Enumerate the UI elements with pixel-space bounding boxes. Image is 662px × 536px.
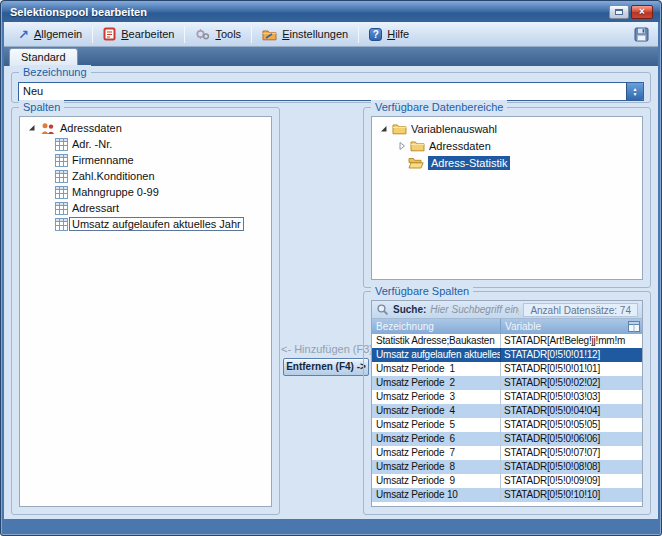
search-input[interactable]: Hier Suchbegriff einge: [430, 304, 519, 315]
expanded-triangle-icon: [380, 125, 388, 133]
datenbereiche-tree-item[interactable]: Adress-Statistik: [372, 154, 642, 171]
toolbar-label: Einstellungen: [282, 28, 348, 40]
transfer-remove-button[interactable]: Entfernen (F4) ->: [283, 358, 369, 376]
cell-variable: STATADR[0!5!0!01!01]: [500, 362, 642, 376]
spalten-group: Spalten Adressdaten Adr. -Nr.FirmennameZ…: [11, 107, 280, 515]
combobox-spinner[interactable]: ▲ ▼: [626, 83, 643, 100]
cell-variable: STATADR[0!5!0!05!05]: [500, 418, 642, 432]
cell-variable: STATADR[0!5!0!08!08]: [500, 460, 642, 474]
table-icon: [55, 202, 68, 215]
datenbereiche-group: Verfügbare Datenbereiche Variablenauswah…: [363, 107, 651, 288]
table-row[interactable]: Umsatz Periode 2STATADR[0!5!0!02!02]: [372, 376, 642, 390]
table-row[interactable]: Umsatz Periode 8STATADR[0!5!0!08!08]: [372, 460, 642, 474]
header-cell-bezeichnung[interactable]: Bezeichnung: [372, 319, 500, 334]
spalten-tree-item[interactable]: Firmenname: [20, 152, 271, 168]
selektionspool-window: Selektionspool bearbeiten × ↗ Allgemein …: [0, 0, 662, 536]
column-chooser-icon[interactable]: [628, 321, 640, 332]
toolbar-button-tools[interactable]: Tools: [187, 26, 249, 43]
table-row[interactable]: Umsatz aufgelaufen aktuelles JahrSTATADR…: [372, 348, 642, 362]
spalten-tree-item[interactable]: Umsatz aufgelaufen aktuelles Jahr: [20, 216, 271, 232]
restore-icon: [615, 9, 623, 15]
spalten-group-label: Spalten: [19, 100, 64, 114]
save-button[interactable]: [631, 25, 652, 44]
toolbar-separator: [92, 26, 93, 43]
datenbereiche-group-label: Verfügbare Datenbereiche: [371, 100, 507, 114]
edit-notebook-icon: [103, 27, 116, 41]
cell-variable: STATADR[0!5!0!02!02]: [500, 376, 642, 390]
cell-bezeichnung: Umsatz aufgelaufen aktuelles Jahr: [372, 348, 500, 362]
table-icon: [55, 186, 68, 199]
table-row[interactable]: Umsatz Periode 9STATADR[0!5!0!09!09]: [372, 474, 642, 488]
toolbar-label: Allgemein: [34, 28, 82, 40]
settings-folder-icon: [262, 28, 277, 41]
cell-bezeichnung: Umsatz Periode 3: [372, 390, 500, 404]
combobox-value: Neu: [19, 83, 626, 100]
cell-bezeichnung: Umsatz Periode 5: [372, 418, 500, 432]
tree-item-label: Variablenauswahl: [411, 123, 497, 135]
transfer-add-button[interactable]: <- Hinzufügen (F3): [280, 343, 374, 357]
people-icon: [40, 122, 56, 135]
spalten-tree-item[interactable]: Adr. -Nr.: [20, 136, 271, 152]
gears-icon: [195, 28, 210, 41]
spinner-down-icon: ▼: [633, 92, 638, 97]
table-icon: [55, 138, 68, 151]
cell-variable: STATADR[0!5!0!06!06]: [500, 432, 642, 446]
spalten-tree-root[interactable]: Adressdaten: [20, 120, 271, 136]
search-bar: Suche: Hier Suchbegriff einge Anzahl Dat…: [372, 301, 642, 319]
toolbar-button-einstellungen[interactable]: Einstellungen: [254, 26, 356, 43]
table-row[interactable]: Umsatz Periode 1STATADR[0!5!0!01!01]: [372, 362, 642, 376]
datenbereiche-tree-item[interactable]: Adressdaten: [372, 137, 642, 154]
folder-closed-icon: [410, 139, 425, 152]
toolbar-label: Tools: [215, 28, 241, 40]
cell-bezeichnung: Statistik Adresse;Baukasten: [372, 334, 500, 348]
table-row[interactable]: Umsatz Periode 5STATADR[0!5!0!05!05]: [372, 418, 642, 432]
tree-item-label: Adressdaten: [429, 140, 491, 152]
bezeichnung-combobox[interactable]: Neu ▲ ▼: [18, 82, 644, 101]
cell-bezeichnung: Umsatz Periode 7: [372, 446, 500, 460]
tree-item-label: Firmenname: [72, 154, 134, 166]
tab-band: Standard: [4, 47, 658, 66]
restore-button[interactable]: [609, 5, 629, 19]
close-button[interactable]: ×: [631, 5, 653, 19]
table-row[interactable]: Umsatz Periode 6STATADR[0!5!0!06!06]: [372, 432, 642, 446]
cell-bezeichnung: Umsatz Periode 9: [372, 474, 500, 488]
table-row[interactable]: Umsatz Periode 10STATADR[0!5!0!10!10]: [372, 488, 642, 502]
table-icon: [55, 170, 68, 183]
search-label: Suche:: [393, 304, 426, 315]
toolbar-button-allgemein[interactable]: ↗ Allgemein: [10, 26, 90, 43]
table-rows: Statistik Adresse;BaukastenSTATADR[Art!B…: [372, 334, 642, 506]
toolbar-separator: [251, 26, 252, 43]
titlebar: Selektionspool bearbeiten ×: [2, 2, 660, 22]
cell-bezeichnung: Umsatz Periode 4: [372, 404, 500, 418]
record-count: Anzahl Datensätze: 74: [523, 303, 638, 317]
datenbereiche-listbox: VariablenauswahlAdressdatenAdress-Statis…: [371, 116, 643, 280]
spalten-tree-item[interactable]: Adressart: [20, 200, 271, 216]
cell-bezeichnung: Umsatz Periode 10: [372, 488, 500, 502]
toolbar-label: Bearbeiten: [121, 28, 174, 40]
table-row[interactable]: Statistik Adresse;BaukastenSTATADR[Art!B…: [372, 334, 642, 348]
arrow-up-right-icon: ↗: [18, 28, 29, 41]
toolbar-label: Hilfe: [387, 28, 409, 40]
datenbereiche-tree-item[interactable]: Variablenauswahl: [372, 120, 642, 137]
table-row[interactable]: Umsatz Periode 7STATADR[0!5!0!07!07]: [372, 446, 642, 460]
verfuegbare-spalten-table: Suche: Hier Suchbegriff einge Anzahl Dat…: [371, 300, 643, 507]
tab-standard[interactable]: Standard: [9, 48, 78, 66]
toolbar-button-bearbeiten[interactable]: Bearbeiten: [95, 25, 182, 43]
cell-bezeichnung: Umsatz Periode 1: [372, 362, 500, 376]
toolbar-separator: [184, 26, 185, 43]
cell-variable: STATADR[0!5!0!01!12]: [500, 348, 642, 362]
content-panel: Bezeichnung Neu ▲ ▼ Spalten: [4, 66, 658, 519]
table-row[interactable]: Umsatz Periode 3STATADR[0!5!0!03!03]: [372, 390, 642, 404]
table-row[interactable]: Umsatz Periode 4STATADR[0!5!0!04!04]: [372, 404, 642, 418]
cell-variable: STATADR[0!5!0!04!04]: [500, 404, 642, 418]
cell-bezeichnung: Umsatz Periode 8: [372, 460, 500, 474]
bezeichnung-group-label: Bezeichnung: [19, 65, 91, 79]
toolbar-button-hilfe[interactable]: ? Hilfe: [361, 26, 417, 43]
spalten-tree: Adressdaten Adr. -Nr.FirmennameZahl.Kond…: [20, 117, 271, 232]
spalten-tree-item[interactable]: Mahngruppe 0-99: [20, 184, 271, 200]
spalten-tree-item[interactable]: Zahl.Konditionen: [20, 168, 271, 184]
spalten-tree-items: Adr. -Nr.FirmennameZahl.KonditionenMahng…: [20, 136, 271, 232]
folder-closed-icon: [392, 122, 407, 135]
cell-variable: STATADR[0!5!0!07!07]: [500, 446, 642, 460]
header-cell-variable[interactable]: Variable: [500, 319, 642, 334]
